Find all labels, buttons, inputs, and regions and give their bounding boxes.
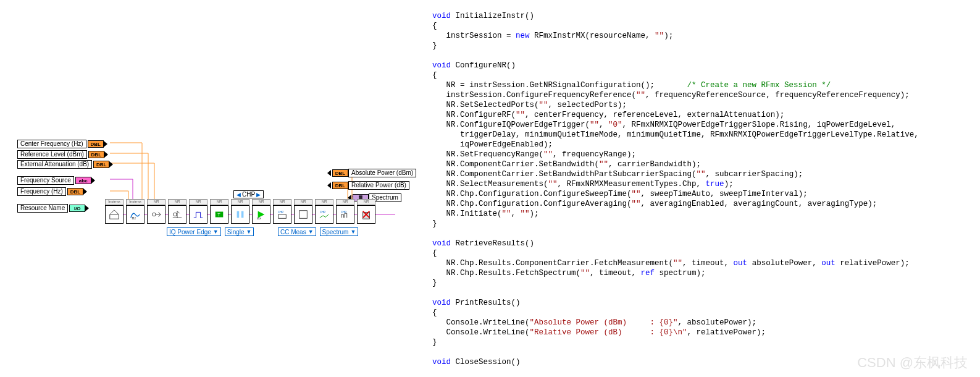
node-nr-1[interactable]: NR	[147, 205, 165, 224]
dbl-tag: DBL	[88, 140, 104, 148]
dd-single[interactable]: Single▼	[225, 227, 254, 236]
input-center-frequency: Center Frequency (Hz) DBL	[17, 138, 107, 150]
svg-rect-14	[363, 212, 370, 219]
chevron-down-icon: ▼	[213, 229, 219, 235]
dropdown-row-1: IQ Power Edge▼ Single▼	[167, 227, 254, 236]
watermark: CSDN @东枫科技	[857, 354, 968, 372]
svg-rect-10	[279, 214, 287, 218]
svg-rect-6	[237, 211, 240, 218]
enum-chp[interactable]: ◀ CHP ▶	[233, 190, 264, 198]
chevron-left-icon: ◀	[237, 192, 241, 198]
node-chp-2[interactable]: NR CHP	[315, 205, 333, 224]
svg-rect-0	[110, 214, 119, 219]
svg-rect-11	[299, 211, 308, 219]
svg-text:Hz: Hz	[132, 216, 136, 220]
svg-text:CHP: CHP	[320, 211, 326, 214]
node-nr-3[interactable]: NR	[189, 205, 207, 224]
svg-rect-7	[241, 211, 244, 218]
node-instrmx-2[interactable]: Instrmx Hz	[126, 205, 144, 224]
svg-text:T: T	[217, 212, 220, 218]
dropdown-row-2: CC Meas▼ Spectrum▼	[278, 227, 358, 236]
svg-text:CHP: CHP	[278, 211, 284, 214]
node-chp-3[interactable]: NR CHP	[336, 205, 354, 224]
input-frequency-hz: Frequency (Hz) DBL	[17, 186, 87, 197]
svg-point-3	[174, 213, 177, 216]
node-nr-2[interactable]: NR	[168, 205, 186, 224]
node-strip: Instrmx Instrmx Hz NR NR NR NR T NR NR x…	[105, 205, 375, 224]
svg-text:xxx: xxx	[257, 217, 262, 220]
term-label: Center Frequency (Hz)	[17, 140, 86, 148]
node-nr-5[interactable]: NR	[231, 205, 249, 224]
arrow-left-icon	[327, 170, 331, 176]
node-true-const[interactable]: NR T	[210, 205, 228, 224]
dd-cc-meas[interactable]: CC Meas▼	[278, 227, 316, 236]
code-panel: void InitializeInstr() { instrSession = …	[432, 11, 970, 367]
output-absolute-power: Absolute Power (dBm) DBL	[327, 167, 416, 179]
dd-iq-power-edge[interactable]: IQ Power Edge▼	[167, 227, 221, 236]
node-chp-1[interactable]: NR CHP	[273, 205, 291, 224]
chevron-right-icon: ▶	[256, 192, 261, 198]
output-relative-power: Relative Power (dB) DBL	[327, 180, 409, 191]
input-resource-name: Resource Name I/O	[17, 203, 89, 214]
svg-point-2	[153, 213, 156, 216]
node-close[interactable]: NR	[357, 205, 375, 224]
node-instrmx-1[interactable]: Instrmx	[105, 205, 124, 224]
input-ext-attenuation: External Attenuation (dB) DBL	[17, 159, 113, 170]
arrow-right-icon	[104, 141, 107, 147]
dd-spectrum[interactable]: Spectrum▼	[320, 227, 359, 236]
input-frequency-source: Frequency Source abc	[17, 175, 95, 186]
node-initiate[interactable]: NR xxx	[252, 205, 270, 224]
labview-block-diagram: Center Frequency (Hz) DBL Reference Leve…	[0, 0, 420, 377]
node-nr-8[interactable]: NR	[294, 205, 312, 224]
